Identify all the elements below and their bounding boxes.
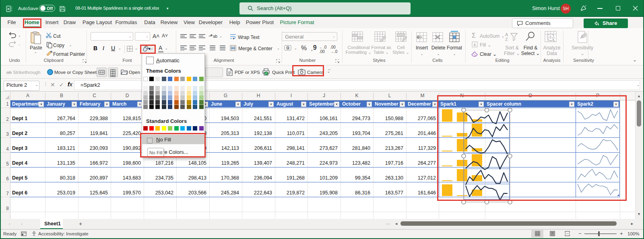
svg-text:$: $ (287, 47, 289, 49)
